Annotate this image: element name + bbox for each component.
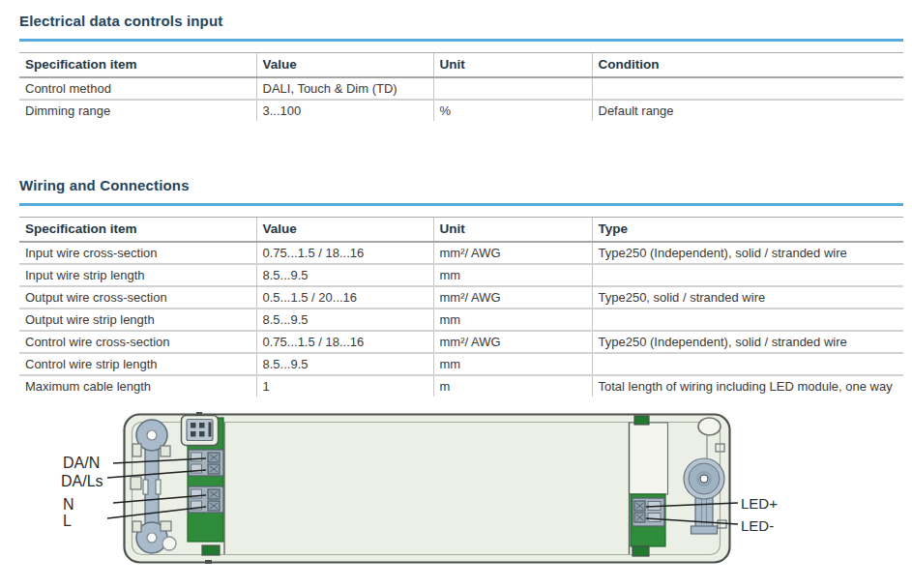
col-header-specification-item: Specification item — [19, 218, 256, 243]
unit-cell: mm — [433, 309, 592, 331]
table-row: Maximum cable length 1 m Total length of… — [19, 375, 903, 397]
unit-cell: mm — [433, 353, 592, 375]
unit-cell: mm²/ AWG — [433, 286, 592, 309]
value-cell: 8.5...9.5 — [256, 264, 433, 286]
pcb-clip — [202, 545, 220, 555]
section-title: Electrical data controls input — [19, 13, 903, 29]
wire-label-led-plus: LED+ — [741, 495, 778, 512]
section-wiring-and-connections: Wiring and Connections Specification ite… — [19, 177, 903, 397]
unit-cell: mm²/ AWG — [433, 242, 592, 264]
led-output-terminal-block — [633, 498, 664, 526]
col-header-type: Type — [592, 218, 903, 243]
table-row: Input wire strip length 8.5...9.5 mm — [19, 264, 903, 286]
unit-cell: mm²/ AWG — [433, 331, 592, 353]
table-row: Control wire cross-section 0.75...1.5 / … — [19, 331, 903, 353]
section-divider-rule — [19, 39, 903, 42]
col-header-value: Value — [256, 218, 433, 243]
value-cell: 0.5...1.5 / 20...16 — [256, 286, 433, 309]
type-cell: Type250 (Independent), solid / stranded … — [592, 242, 903, 264]
dali-terminal-block — [189, 450, 223, 476]
type-cell: Total length of wiring including LED mod… — [592, 375, 903, 397]
value-cell: 8.5...9.5 — [256, 353, 433, 375]
unit-cell: % — [433, 100, 592, 121]
spec-item-cell: Input wire strip length — [19, 264, 256, 286]
pcb-clip — [634, 416, 649, 425]
housing-oval-hole — [698, 418, 721, 435]
col-header-specification-item: Specification item — [19, 53, 256, 78]
table-row: Output wire cross-section 0.5...1.5 / 20… — [19, 286, 903, 309]
condition-cell — [592, 77, 903, 100]
wire-label-n: N — [63, 496, 74, 513]
section-divider-rule — [19, 203, 903, 206]
col-header-unit: Unit — [433, 218, 592, 243]
table-row: Control wire strip length 8.5...9.5 mm — [19, 353, 903, 375]
wire-label-da-ls: DA/Ls — [61, 473, 103, 489]
wire-label-da-n: DA/N — [63, 455, 100, 471]
col-header-condition: Condition — [592, 53, 903, 78]
table-header-row: Specification item Value Unit Condition — [19, 53, 903, 78]
spec-item-cell: Output wire cross-section — [19, 286, 256, 309]
table-row: Input wire cross-section 0.75...1.5 / 18… — [19, 242, 903, 264]
spec-item-cell: Input wire cross-section — [19, 242, 256, 264]
value-cell: DALI, Touch & Dim (TD) — [256, 77, 433, 100]
spec-item-cell: Output wire strip length — [19, 309, 256, 331]
section-title: Wiring and Connections — [19, 177, 903, 193]
type-cell: Type250, solid / stranded wire — [592, 286, 903, 309]
electrical-data-table: Specification item Value Unit Condition … — [19, 52, 903, 121]
wire-label-led-minus: LED- — [741, 517, 774, 534]
spec-item-cell: Control method — [19, 77, 256, 100]
led-driver-wiring-diagram: DA/N DA/Ls N L LED+ LED- — [0, 404, 912, 588]
value-cell: 8.5...9.5 — [256, 309, 433, 331]
table-row: Control method DALI, Touch & Dim (TD) — [19, 77, 903, 100]
condition-cell: Default range — [592, 100, 903, 121]
value-cell: 0.75...1.5 / 18...16 — [256, 331, 433, 353]
unit-cell: mm — [433, 264, 592, 286]
table-row: Output wire strip length 8.5...9.5 mm — [19, 309, 903, 331]
value-cell: 1 — [256, 375, 433, 397]
wiring-connections-table: Specification item Value Unit Type Input… — [19, 217, 903, 397]
value-cell: 3...100 — [256, 100, 433, 121]
type-cell — [592, 353, 903, 375]
type-cell — [592, 309, 903, 331]
section-electrical-data-controls-input: Electrical data controls input Specifica… — [19, 13, 903, 121]
type-cell: Type250 (Independent), solid / stranded … — [592, 331, 903, 353]
unit-cell — [433, 77, 592, 100]
col-header-value: Value — [256, 53, 433, 78]
service-connector — [182, 416, 219, 446]
spec-item-cell: Dimming range — [19, 100, 256, 121]
unit-cell: m — [433, 375, 592, 397]
type-cell — [592, 264, 903, 286]
spec-item-cell: Control wire strip length — [19, 353, 256, 375]
housing-tab — [196, 412, 202, 416]
table-row: Dimming range 3...100 % Default range — [19, 100, 903, 121]
screw-hole — [162, 537, 176, 550]
spec-item-cell: Maximum cable length — [19, 375, 256, 397]
spec-item-cell: Control wire cross-section — [19, 331, 256, 353]
datasheet-page: Electrical data controls input Specifica… — [0, 0, 912, 588]
housing-tab — [205, 560, 212, 564]
col-header-unit: Unit — [433, 53, 592, 78]
wire-label-l: L — [63, 513, 72, 529]
pcb-clip — [633, 546, 649, 556]
table-header-row: Specification item Value Unit Type — [19, 218, 903, 243]
value-cell: 0.75...1.5 / 18...16 — [256, 242, 433, 264]
